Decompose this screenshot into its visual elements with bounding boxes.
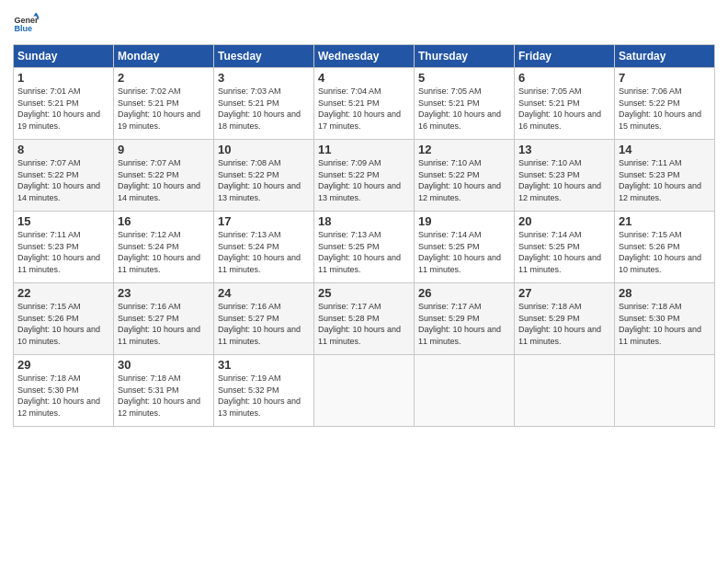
day-number: 11 <box>318 143 410 156</box>
calendar-cell: 11 Sunrise: 7:09 AMSunset: 5:22 PMDaylig… <box>314 140 415 212</box>
day-info: Sunrise: 7:07 AMSunset: 5:22 PMDaylight:… <box>118 158 200 202</box>
col-saturday: Saturday <box>615 45 715 68</box>
day-info: Sunrise: 7:07 AMSunset: 5:22 PMDaylight:… <box>17 158 100 202</box>
day-number: 27 <box>518 286 610 300</box>
calendar-cell: 20 Sunrise: 7:14 AMSunset: 5:25 PMDaylig… <box>515 212 615 283</box>
day-info: Sunrise: 7:13 AMSunset: 5:25 PMDaylight:… <box>318 230 401 274</box>
day-info: Sunrise: 7:04 AMSunset: 5:21 PMDaylight:… <box>318 86 401 131</box>
day-number: 30 <box>118 358 210 372</box>
calendar-cell <box>415 355 515 427</box>
day-info: Sunrise: 7:05 AMSunset: 5:21 PMDaylight:… <box>418 86 501 131</box>
col-tuesday: Tuesday <box>214 45 314 68</box>
calendar-cell: 1 Sunrise: 7:01 AMSunset: 5:21 PMDayligh… <box>14 68 114 140</box>
day-info: Sunrise: 7:02 AMSunset: 5:21 PMDaylight:… <box>118 86 200 131</box>
calendar-cell: 22 Sunrise: 7:15 AMSunset: 5:26 PMDaylig… <box>14 283 114 355</box>
calendar-cell: 4 Sunrise: 7:04 AMSunset: 5:21 PMDayligh… <box>314 68 415 140</box>
day-info: Sunrise: 7:08 AMSunset: 5:22 PMDaylight:… <box>218 158 301 202</box>
calendar-cell: 30 Sunrise: 7:18 AMSunset: 5:31 PMDaylig… <box>114 355 214 427</box>
day-number: 2 <box>118 71 210 85</box>
header-row: Sunday Monday Tuesday Wednesday Thursday… <box>14 45 715 68</box>
calendar-cell: 25 Sunrise: 7:17 AMSunset: 5:28 PMDaylig… <box>314 283 415 355</box>
day-info: Sunrise: 7:15 AMSunset: 5:26 PMDaylight:… <box>619 230 701 274</box>
day-number: 5 <box>418 71 510 85</box>
day-info: Sunrise: 7:13 AMSunset: 5:24 PMDaylight:… <box>218 230 301 274</box>
day-number: 8 <box>17 143 109 156</box>
calendar-cell: 26 Sunrise: 7:17 AMSunset: 5:29 PMDaylig… <box>415 283 515 355</box>
day-number: 7 <box>619 71 711 85</box>
calendar-table: Sunday Monday Tuesday Wednesday Thursday… <box>13 44 715 427</box>
calendar-cell: 18 Sunrise: 7:13 AMSunset: 5:25 PMDaylig… <box>314 212 415 283</box>
col-friday: Friday <box>515 45 615 68</box>
col-sunday: Sunday <box>14 45 114 68</box>
day-number: 4 <box>318 71 410 85</box>
calendar-cell: 10 Sunrise: 7:08 AMSunset: 5:22 PMDaylig… <box>214 140 314 212</box>
calendar-week-row: 22 Sunrise: 7:15 AMSunset: 5:26 PMDaylig… <box>14 283 715 355</box>
day-number: 18 <box>318 214 410 228</box>
calendar-cell: 17 Sunrise: 7:13 AMSunset: 5:24 PMDaylig… <box>214 212 314 283</box>
day-info: Sunrise: 7:19 AMSunset: 5:32 PMDaylight:… <box>218 373 301 418</box>
day-number: 26 <box>418 286 510 300</box>
day-number: 17 <box>218 214 310 228</box>
day-number: 21 <box>619 214 711 228</box>
calendar-cell: 8 Sunrise: 7:07 AMSunset: 5:22 PMDayligh… <box>14 140 114 212</box>
day-number: 24 <box>218 286 310 300</box>
col-monday: Monday <box>114 45 214 68</box>
day-number: 10 <box>218 143 310 156</box>
day-info: Sunrise: 7:15 AMSunset: 5:26 PMDaylight:… <box>17 302 100 346</box>
calendar-cell: 5 Sunrise: 7:05 AMSunset: 5:21 PMDayligh… <box>415 68 515 140</box>
day-info: Sunrise: 7:11 AMSunset: 5:23 PMDaylight:… <box>17 230 100 274</box>
day-number: 6 <box>518 71 610 85</box>
header: General Blue <box>13 11 715 37</box>
calendar-week-row: 8 Sunrise: 7:07 AMSunset: 5:22 PMDayligh… <box>14 140 715 212</box>
logo: General Blue <box>13 11 42 37</box>
calendar-container: General Blue Sunday Monday Tuesday Wedne… <box>0 0 728 563</box>
day-number: 19 <box>418 214 510 228</box>
svg-text:Blue: Blue <box>14 24 32 33</box>
calendar-cell <box>515 355 615 427</box>
day-info: Sunrise: 7:17 AMSunset: 5:29 PMDaylight:… <box>418 302 501 346</box>
day-info: Sunrise: 7:17 AMSunset: 5:28 PMDaylight:… <box>318 302 401 346</box>
calendar-cell: 29 Sunrise: 7:18 AMSunset: 5:30 PMDaylig… <box>14 355 114 427</box>
day-info: Sunrise: 7:10 AMSunset: 5:23 PMDaylight:… <box>518 158 601 202</box>
calendar-week-row: 29 Sunrise: 7:18 AMSunset: 5:30 PMDaylig… <box>14 355 715 427</box>
calendar-cell: 7 Sunrise: 7:06 AMSunset: 5:22 PMDayligh… <box>615 68 715 140</box>
day-number: 23 <box>118 286 210 300</box>
calendar-week-row: 15 Sunrise: 7:11 AMSunset: 5:23 PMDaylig… <box>14 212 715 283</box>
day-info: Sunrise: 7:06 AMSunset: 5:22 PMDaylight:… <box>619 86 701 131</box>
day-info: Sunrise: 7:16 AMSunset: 5:27 PMDaylight:… <box>218 302 301 346</box>
calendar-cell: 6 Sunrise: 7:05 AMSunset: 5:21 PMDayligh… <box>515 68 615 140</box>
calendar-cell: 31 Sunrise: 7:19 AMSunset: 5:32 PMDaylig… <box>214 355 314 427</box>
col-thursday: Thursday <box>415 45 515 68</box>
calendar-cell <box>615 355 715 427</box>
day-info: Sunrise: 7:03 AMSunset: 5:21 PMDaylight:… <box>218 86 301 131</box>
day-number: 16 <box>118 214 210 228</box>
calendar-cell: 2 Sunrise: 7:02 AMSunset: 5:21 PMDayligh… <box>114 68 214 140</box>
day-info: Sunrise: 7:05 AMSunset: 5:21 PMDaylight:… <box>518 86 601 131</box>
col-wednesday: Wednesday <box>314 45 415 68</box>
calendar-cell: 14 Sunrise: 7:11 AMSunset: 5:23 PMDaylig… <box>615 140 715 212</box>
day-number: 13 <box>518 143 610 156</box>
calendar-cell: 24 Sunrise: 7:16 AMSunset: 5:27 PMDaylig… <box>214 283 314 355</box>
calendar-cell: 21 Sunrise: 7:15 AMSunset: 5:26 PMDaylig… <box>615 212 715 283</box>
logo-icon: General Blue <box>13 11 39 37</box>
day-number: 25 <box>318 286 410 300</box>
day-number: 9 <box>118 143 210 156</box>
calendar-cell: 19 Sunrise: 7:14 AMSunset: 5:25 PMDaylig… <box>415 212 515 283</box>
day-number: 29 <box>17 358 109 372</box>
day-info: Sunrise: 7:14 AMSunset: 5:25 PMDaylight:… <box>518 230 601 274</box>
day-info: Sunrise: 7:11 AMSunset: 5:23 PMDaylight:… <box>619 158 701 202</box>
day-number: 3 <box>218 71 310 85</box>
day-info: Sunrise: 7:18 AMSunset: 5:30 PMDaylight:… <box>17 373 100 418</box>
day-info: Sunrise: 7:10 AMSunset: 5:22 PMDaylight:… <box>418 158 501 202</box>
day-info: Sunrise: 7:14 AMSunset: 5:25 PMDaylight:… <box>418 230 501 274</box>
day-number: 14 <box>619 143 711 156</box>
calendar-cell: 15 Sunrise: 7:11 AMSunset: 5:23 PMDaylig… <box>14 212 114 283</box>
calendar-cell: 28 Sunrise: 7:18 AMSunset: 5:30 PMDaylig… <box>615 283 715 355</box>
calendar-cell: 13 Sunrise: 7:10 AMSunset: 5:23 PMDaylig… <box>515 140 615 212</box>
day-info: Sunrise: 7:01 AMSunset: 5:21 PMDaylight:… <box>17 86 100 131</box>
day-number: 28 <box>619 286 711 300</box>
day-number: 20 <box>518 214 610 228</box>
calendar-cell: 23 Sunrise: 7:16 AMSunset: 5:27 PMDaylig… <box>114 283 214 355</box>
day-info: Sunrise: 7:18 AMSunset: 5:31 PMDaylight:… <box>118 373 200 418</box>
day-number: 1 <box>17 71 109 85</box>
